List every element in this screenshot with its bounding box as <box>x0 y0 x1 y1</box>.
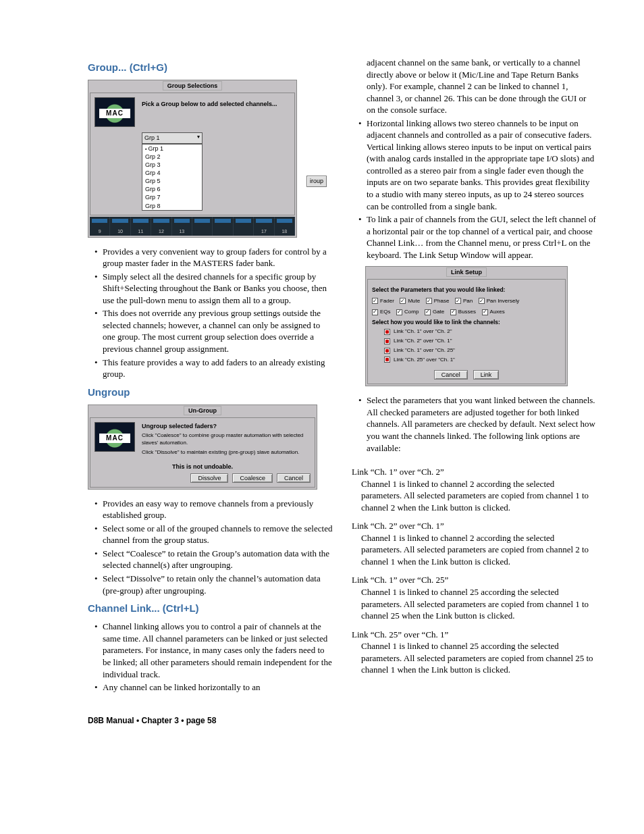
mackie-logo-icon <box>95 97 135 127</box>
link-def-body: Channel 1 is linked to channel 2 accordi… <box>352 478 597 514</box>
ungroup-win-title: Un-Group <box>184 406 221 415</box>
link-bullet-list: Channel linking allows you to control a … <box>88 621 333 693</box>
ch-num: 13 <box>172 228 192 234</box>
continuation-para: adjacent channel on the same bank, or ve… <box>352 57 597 116</box>
list-item: Select some or all of the grouped channe… <box>95 523 333 546</box>
ungroup-msg: Click "Dissolve" to maintain existing (p… <box>142 449 311 457</box>
group-option[interactable]: Grp 5 <box>142 177 202 185</box>
link-bullets-1: Horizontal linking allows two stereo cha… <box>352 118 597 261</box>
chevron-down-icon: ▾ <box>197 134 200 142</box>
link-win-title: Link Setup <box>446 267 487 277</box>
cb-label: EQs <box>380 309 391 316</box>
coalesce-button[interactable]: Coalesce <box>232 473 273 483</box>
group-option[interactable]: Grp 2 <box>142 153 202 161</box>
checkbox-eqs[interactable]: ✓EQs <box>372 309 391 316</box>
ungroup-msg: Click "Coalesce" to combine group master… <box>142 432 311 447</box>
radio-link-1-over-2[interactable]: Link "Ch. 1" over "Ch. 2" <box>384 328 561 336</box>
mixer-channel-strip: 9 10 11 12 13 17 18 <box>90 217 295 236</box>
list-item: Select “Dissolve” to retain only the cha… <box>95 573 333 596</box>
cb-label: Auxes <box>490 309 505 316</box>
group-option[interactable]: Grp 1 <box>142 145 202 153</box>
list-item: Horizontal linking allows two stereo cha… <box>358 118 597 212</box>
ch-num: 12 <box>151 228 171 234</box>
group-combo-value: Grp 1 <box>144 134 160 142</box>
cb-label: Pan Inversely <box>487 298 519 305</box>
group-option[interactable]: Grp 6 <box>142 185 202 193</box>
ungroup-warning: This is not undoable. <box>95 463 311 471</box>
heading-group: Group... (Ctrl+G) <box>88 61 333 74</box>
link-def-head: Link “Ch. 25” over “Ch. 1” <box>352 629 597 641</box>
link-def-head: Link “Ch. 1” over “Ch. 25” <box>352 574 597 586</box>
list-item: This does not override any previous grou… <box>95 307 333 355</box>
link-def-head: Link “Ch. 1” over “Ch. 2” <box>352 466 597 478</box>
checkbox-pan[interactable]: ✓Pan <box>455 298 473 305</box>
link-def-head: Link “Ch. 2” over “Ch. 1” <box>352 520 597 532</box>
radio-link-2-over-1[interactable]: Link "Ch. 2" over "Ch. 1" <box>384 338 561 345</box>
checkbox-mute[interactable]: ✓Mute <box>400 298 420 305</box>
group-bullet-list: Provides a very convenient way to group … <box>88 246 333 380</box>
radio-label: Link "Ch. 1" over "Ch. 25" <box>394 347 455 355</box>
checkbox-auxes[interactable]: ✓Auxes <box>482 309 505 316</box>
link-def-body: Channel 1 is linked to channel 25 accord… <box>352 640 597 676</box>
radio-link-25-over-1[interactable]: Link "Ch. 25" over "Ch. 1" <box>384 357 561 364</box>
checkbox-fader[interactable]: ✓Fader <box>372 298 394 305</box>
figure-group-selections: Group Selections Pick a Group below to a… <box>88 80 333 237</box>
list-item: Provides an easy way to remove channels … <box>95 498 333 521</box>
list-item: Provides a very convenient way to group … <box>95 246 333 269</box>
dissolve-button[interactable]: Dissolve <box>190 473 228 483</box>
ch-num: 10 <box>110 228 130 234</box>
radio-icon <box>384 338 390 344</box>
ch-num: 9 <box>90 228 109 234</box>
radio-icon <box>384 357 390 363</box>
checkbox-busses[interactable]: ✓Busses <box>450 309 476 316</box>
list-item: Channel linking allows you to control a … <box>95 621 333 680</box>
radio-icon <box>384 329 390 335</box>
heading-channel-link: Channel Link... (Ctrl+L) <box>88 602 333 615</box>
radio-link-1-over-25[interactable]: Link "Ch. 1" over "Ch. 25" <box>384 347 561 355</box>
ungroup-bullet-list: Provides an easy way to remove channels … <box>88 498 333 596</box>
cancel-button[interactable]: Cancel <box>434 370 468 380</box>
link-def: Link “Ch. 2” over “Ch. 1” Channel 1 is l… <box>352 520 597 567</box>
link-def: Link “Ch. 1” over “Ch. 2” Channel 1 is l… <box>352 466 597 513</box>
list-item: This feature provides a way to add fader… <box>95 357 333 380</box>
checkbox-comp[interactable]: ✓Comp <box>396 309 419 316</box>
list-item: Simply select all the desired channels f… <box>95 271 333 307</box>
group-combo[interactable]: Grp 1 ▾ <box>142 132 203 143</box>
cb-label: Phase <box>434 298 450 305</box>
cb-label: Busses <box>458 309 476 316</box>
checkbox-gate[interactable]: ✓Gate <box>425 309 444 316</box>
figure-link-setup: Link Setup Select the Parameters that yo… <box>365 266 597 386</box>
list-item: To link a pair of channels from the GUI,… <box>358 213 597 261</box>
group-option[interactable]: Grp 7 <box>142 193 202 201</box>
cb-label: Gate <box>433 309 444 316</box>
radio-icon <box>384 348 390 354</box>
heading-ungroup: Ungroup <box>88 386 333 399</box>
link-def-body: Channel 1 is linked to channel 25 accord… <box>352 586 597 622</box>
checkbox-pan-inversely[interactable]: ✓Pan Inversely <box>479 298 519 305</box>
group-drop-list[interactable]: Grp 1 Grp 2 Grp 3 Grp 4 Grp 5 Grp 6 Grp … <box>142 144 203 211</box>
group-option[interactable]: Grp 3 <box>142 161 202 169</box>
radio-label: Link "Ch. 1" over "Ch. 2" <box>394 328 452 336</box>
ch-num: 11 <box>131 228 151 234</box>
link-def: Link “Ch. 25” over “Ch. 1” Channel 1 is … <box>352 629 597 676</box>
left-column: Group... (Ctrl+G) Group Selections Pick … <box>88 57 333 699</box>
figure-ungroup: Un-Group Ungroup selected faders? Click … <box>88 405 333 490</box>
ch-num: 17 <box>254 228 273 234</box>
radio-label: Link "Ch. 2" over "Ch. 1" <box>394 338 452 345</box>
page-footer: D8B Manual • Chapter 3 • page 58 <box>88 715 597 726</box>
link-button[interactable]: Link <box>473 370 500 380</box>
group-option[interactable]: Grp 8 <box>142 202 202 210</box>
group-side-button[interactable]: iroup <box>306 176 327 186</box>
cancel-button[interactable]: Cancel <box>277 473 311 483</box>
link-how-title: Select how you would like to link the ch… <box>372 319 561 326</box>
checkbox-phase[interactable]: ✓Phase <box>426 298 450 305</box>
group-option[interactable]: Grp 4 <box>142 169 202 177</box>
group-prompt: Pick a Group below to add selected chann… <box>142 97 277 108</box>
link-params-title: Select the Parameters that you would lik… <box>372 286 561 294</box>
cb-label: Comp <box>404 309 419 316</box>
list-item: Select the parameters that you want link… <box>358 394 597 454</box>
link-def-body: Channel 1 is linked to channel 2 accordi… <box>352 532 597 568</box>
link-def: Link “Ch. 1” over “Ch. 25” Channel 1 is … <box>352 574 597 621</box>
mackie-logo-icon <box>95 422 135 452</box>
group-win-title: Group Selections <box>163 81 223 90</box>
